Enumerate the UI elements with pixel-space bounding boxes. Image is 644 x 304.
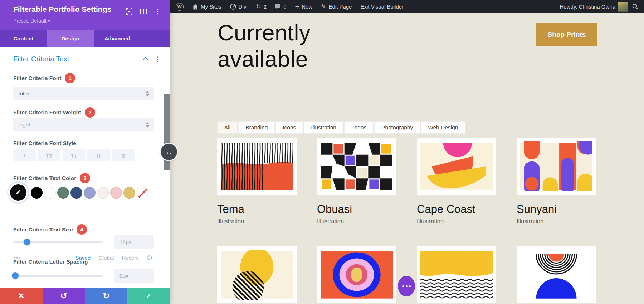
letter-spacing-input[interactable]: [114, 269, 154, 283]
filter-web-design[interactable]: Web Design: [421, 121, 465, 134]
color-swatch-none[interactable]: [137, 187, 148, 199]
edit-page-menu-item[interactable]: ✎ Edit Page: [321, 4, 352, 10]
font-weight-field-label: Filter Criteria Font Weight 2: [13, 107, 95, 118]
filter-logos[interactable]: Logos: [344, 121, 374, 134]
panel-menu-icon[interactable]: ⋮: [155, 7, 161, 15]
letter-spacing-slider[interactable]: [13, 275, 103, 277]
select-arrows-icon: [146, 122, 149, 128]
color-swatch-green[interactable]: [57, 187, 69, 199]
shop-prints-button[interactable]: Shop Prints: [536, 23, 597, 46]
my-sites-menu-item[interactable]: My Sites: [192, 4, 221, 10]
project-title[interactable]: Sunyani: [517, 203, 596, 216]
text-color-field-label: Filter Criteria Text Color 3: [13, 173, 90, 183]
panel-layout-icon[interactable]: [140, 9, 147, 14]
refresh-icon: ↻: [256, 4, 261, 10]
focus-expand-icon[interactable]: [126, 8, 132, 15]
save-button[interactable]: ✓: [127, 288, 170, 304]
color-swatch-blush[interactable]: [97, 187, 109, 199]
filter-branding[interactable]: Branding: [238, 121, 275, 134]
filter-icons[interactable]: Icons: [275, 121, 303, 134]
portfolio-page: Currently available Shop Prints All Bran…: [170, 13, 644, 304]
discard-button[interactable]: ×: [0, 288, 43, 304]
filter-photography[interactable]: Photography: [374, 121, 420, 134]
portfolio-image-tema[interactable]: [217, 138, 297, 195]
portfolio-image-6[interactable]: [317, 246, 396, 303]
search-icon: [632, 4, 638, 10]
updates-menu-item[interactable]: ↻ 2: [256, 4, 267, 10]
redo-icon: ↻: [103, 291, 109, 301]
portfolio-card-5: [217, 246, 297, 303]
portfolio-image-7[interactable]: [417, 246, 496, 303]
settings-tabs: Content Design Advanced: [0, 30, 170, 47]
divi-gauge-icon: [230, 4, 236, 10]
portfolio-image-cape-coast[interactable]: [417, 138, 496, 195]
section-menu-icon[interactable]: ⋮: [155, 55, 161, 63]
step-badge-1: 1: [65, 73, 75, 83]
italic-style-button[interactable]: I: [13, 149, 36, 161]
uppercase-style-button[interactable]: TT: [38, 149, 60, 161]
howdy-account-menu-item[interactable]: Howdy, Christina Gwira: [560, 2, 628, 12]
portfolio-filter-bar: All Branding Icons Illustration Logos Ph…: [217, 121, 465, 134]
text-size-input[interactable]: [114, 235, 154, 249]
color-picker-eyedropper-button[interactable]: [10, 184, 26, 201]
strikethrough-style-button[interactable]: S: [112, 149, 135, 161]
new-content-menu-item[interactable]: + New: [295, 3, 312, 10]
small-caps-style-button[interactable]: Tᴛ: [63, 149, 85, 161]
project-category: Illustration: [317, 218, 396, 225]
portfolio-card-6: [317, 246, 396, 303]
portfolio-image-5[interactable]: [217, 246, 297, 303]
filter-illustration[interactable]: Illustration: [304, 121, 343, 134]
font-weight-select[interactable]: Light: [13, 118, 154, 131]
portfolio-card-8: [517, 246, 596, 303]
color-settings-gear-icon[interactable]: ⚙: [147, 254, 153, 262]
text-size-slider-thumb[interactable]: [24, 239, 30, 245]
color-swatch-black[interactable]: [31, 187, 43, 199]
undo-button[interactable]: ↺: [43, 288, 85, 304]
select-arrows-icon: [146, 91, 149, 96]
comments-menu-item[interactable]: 0: [275, 4, 286, 10]
section-title-filter-criteria-text[interactable]: Filter Criteria Text: [13, 55, 69, 63]
tab-content[interactable]: Content: [0, 30, 47, 47]
divi-menu-item[interactable]: Divi: [230, 4, 248, 10]
project-category: Illustration: [417, 218, 496, 225]
settings-panel-header: Filterable Portfolio Settings Preset: De…: [0, 0, 170, 30]
row-options-dots-button[interactable]: [398, 276, 415, 296]
project-title[interactable]: Tema: [217, 203, 297, 216]
font-style-field-label: Filter Criteria Font Style: [13, 140, 76, 146]
pencil-icon: ✎: [321, 4, 326, 10]
house-icon: [192, 4, 198, 10]
wordpress-logo-icon: W: [176, 3, 184, 11]
underline-style-button[interactable]: U: [87, 149, 110, 161]
letter-spacing-slider-thumb[interactable]: [12, 272, 19, 279]
color-swatch-white[interactable]: [44, 187, 56, 199]
tab-advanced[interactable]: Advanced: [94, 30, 141, 47]
admin-search-button[interactable]: [632, 4, 638, 10]
tab-design[interactable]: Design: [47, 30, 94, 47]
plus-icon: +: [295, 3, 299, 10]
wordpress-menu-item[interactable]: W: [176, 3, 184, 11]
color-swatch-periwinkle[interactable]: [84, 187, 96, 199]
color-swatch-navy[interactable]: [70, 187, 82, 199]
step-badge-2: 2: [85, 107, 95, 118]
portfolio-image-sunyani[interactable]: [517, 138, 596, 195]
project-title[interactable]: Obuasi: [317, 203, 396, 216]
settings-panel: Filterable Portfolio Settings Preset: De…: [0, 0, 170, 304]
exit-visual-builder-menu-item[interactable]: Exit Visual Builder: [360, 4, 404, 10]
color-swatch-pink[interactable]: [110, 187, 122, 199]
redo-button[interactable]: ↻: [85, 288, 128, 304]
check-icon: ✓: [146, 291, 152, 300]
portfolio-card-sunyani: Sunyani Illustration: [517, 138, 596, 225]
collapse-section-chevron-icon[interactable]: [143, 57, 148, 63]
filter-all[interactable]: All: [217, 121, 238, 134]
text-size-slider[interactable]: [13, 241, 103, 243]
global-colors-link[interactable]: Global: [98, 255, 114, 261]
undo-icon: ↺: [60, 291, 67, 301]
portfolio-image-8[interactable]: [517, 246, 596, 303]
font-select[interactable]: Inter: [13, 87, 154, 100]
project-title[interactable]: Cape Coast: [417, 203, 496, 216]
preset-selector[interactable]: Preset: Default ▾: [13, 18, 50, 24]
panel-resize-handle[interactable]: ↔: [161, 144, 177, 160]
color-swatch-gold[interactable]: [123, 187, 135, 199]
portfolio-image-obuasi[interactable]: [317, 138, 396, 195]
recent-colors-link[interactable]: Recent: [122, 255, 139, 261]
